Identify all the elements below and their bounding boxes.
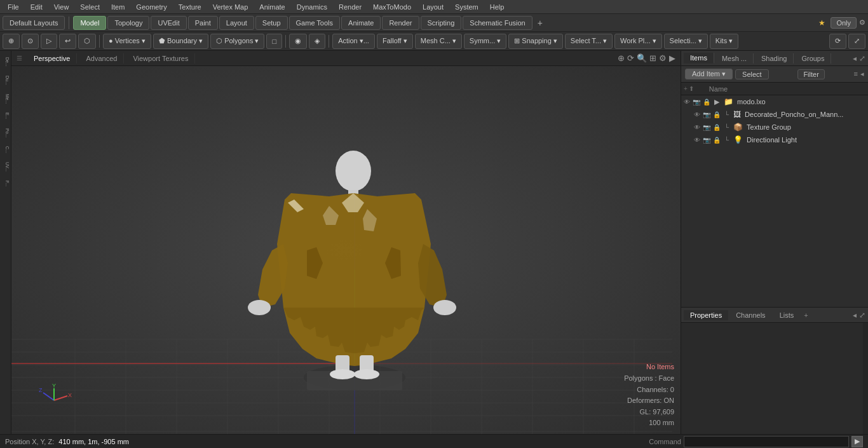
left-tab-c[interactable]: C... bbox=[1, 142, 11, 157]
expand-icon-scene[interactable]: ▶ bbox=[714, 98, 719, 106]
viewport-tab-textures[interactable]: Viewport Textures bbox=[126, 53, 195, 64]
props-expand-icon[interactable]: ⤢ bbox=[859, 311, 865, 320]
items-collapse-icon[interactable]: ◂ bbox=[860, 70, 864, 78]
left-tab-po[interactable]: Po... bbox=[1, 125, 11, 141]
shading-btn[interactable]: ◈ bbox=[309, 34, 325, 49]
menu-animate[interactable]: Animate bbox=[254, 2, 290, 12]
symmetry-btn[interactable]: Symm... ▾ bbox=[464, 34, 506, 49]
rp-tab-items[interactable]: Items bbox=[684, 53, 714, 64]
viewport[interactable]: ☰ Perspective Advanced Viewport Textures… bbox=[11, 51, 681, 434]
tab-schematic-fusion[interactable]: Schematic Fusion bbox=[463, 16, 532, 30]
vp-ctrl-cross[interactable]: ⊕ bbox=[618, 53, 625, 63]
render-icon-light[interactable]: 📷 bbox=[703, 137, 710, 144]
eye-icon-light[interactable]: 👁 bbox=[694, 137, 700, 144]
falloff-btn[interactable]: Falloff ▾ bbox=[377, 34, 413, 49]
menu-select[interactable]: Select bbox=[75, 2, 105, 12]
props-collapse-icon[interactable]: ◂ bbox=[853, 311, 857, 320]
tab-model[interactable]: Model bbox=[73, 16, 106, 30]
item-row-light[interactable]: 👁 📷 🔒 └ 💡 Directional Light bbox=[681, 133, 868, 146]
add-tab-button[interactable]: + bbox=[534, 17, 546, 29]
menu-view[interactable]: View bbox=[49, 2, 74, 12]
vp-ctrl-grid[interactable]: ⊞ bbox=[649, 53, 656, 63]
viewport-menu-icon[interactable]: ☰ bbox=[17, 55, 22, 62]
props-tab-lists[interactable]: Lists bbox=[773, 310, 801, 320]
rp-tab-groups[interactable]: Groups bbox=[795, 53, 831, 64]
settings-icon[interactable]: ⚙ bbox=[859, 18, 865, 27]
left-tab-f[interactable]: F... bbox=[1, 177, 11, 190]
rp-expand-icon[interactable]: ⤢ bbox=[859, 54, 865, 63]
tab-scripting[interactable]: Scripting bbox=[421, 16, 462, 30]
kits-btn[interactable]: Kits ▾ bbox=[710, 34, 738, 49]
item-row-scene[interactable]: 👁 📷 🔒 ▶ 📁 modo.lxo bbox=[681, 95, 868, 108]
lock-icon-scene[interactable]: 🔒 bbox=[703, 98, 710, 105]
menu-file[interactable]: File bbox=[3, 2, 24, 12]
command-go-button[interactable]: ▶ bbox=[851, 436, 863, 447]
boundary-btn[interactable]: ⬟ Boundary ▾ bbox=[153, 34, 208, 49]
vertices-btn[interactable]: ● Vertices ▾ bbox=[103, 34, 151, 49]
eye-icon-texture[interactable]: 👁 bbox=[694, 124, 700, 131]
refresh-btn[interactable]: ⟳ bbox=[829, 34, 846, 49]
render-icon-scene[interactable]: 📷 bbox=[693, 98, 700, 105]
rp-tab-mesh[interactable]: Mesh ... bbox=[715, 53, 754, 64]
add-item-button[interactable]: Add Item ▾ bbox=[685, 69, 733, 79]
3d-scene[interactable]: No Items Polygons : Face Channels: 0 Def… bbox=[11, 66, 681, 434]
menu-help[interactable]: Help bbox=[485, 2, 510, 12]
select-button[interactable]: Select bbox=[735, 69, 769, 79]
viewport-tab-advanced[interactable]: Advanced bbox=[79, 53, 124, 64]
render-preview-btn[interactable]: ◉ bbox=[289, 34, 307, 49]
tab-layout[interactable]: Layout bbox=[219, 16, 254, 30]
layout-dropdown[interactable]: Default Layouts bbox=[3, 16, 65, 30]
tab-render[interactable]: Render bbox=[382, 16, 419, 30]
list-up-icon[interactable]: ⬆ bbox=[689, 85, 694, 92]
select-tool-btn[interactable]: Select T... ▾ bbox=[565, 34, 613, 49]
render-icon-poncho[interactable]: 📷 bbox=[703, 111, 710, 118]
eye-icon-scene[interactable]: 👁 bbox=[684, 98, 690, 105]
undo-btn[interactable]: ↩ bbox=[59, 34, 76, 49]
polygons-btn[interactable]: ⬡ Polygons ▾ bbox=[210, 34, 264, 49]
menu-vertex-map[interactable]: Vertex Map bbox=[208, 2, 254, 12]
tab-topology[interactable]: Topology bbox=[107, 16, 149, 30]
left-tab-uv[interactable]: UV... bbox=[1, 158, 11, 175]
menu-render[interactable]: Render bbox=[334, 2, 367, 12]
left-tab-du[interactable]: Du... bbox=[1, 72, 11, 89]
menu-dynamics[interactable]: Dynamics bbox=[292, 2, 332, 12]
expand-btn[interactable]: ⤢ bbox=[848, 34, 865, 49]
left-tab-e[interactable]: E... bbox=[1, 109, 11, 123]
work-plane-btn[interactable]: Work Pl... ▾ bbox=[614, 34, 662, 49]
tab-animate[interactable]: Animate bbox=[341, 16, 381, 30]
render-icon-texture[interactable]: 📷 bbox=[703, 124, 710, 131]
menu-layout[interactable]: Layout bbox=[417, 2, 449, 12]
rp-collapse-icon[interactable]: ◂ bbox=[853, 54, 857, 63]
tab-uvedit[interactable]: UVEdit bbox=[151, 16, 186, 30]
only-button[interactable]: Only bbox=[831, 17, 857, 29]
selection-btn[interactable]: Selecti... ▾ bbox=[664, 34, 708, 49]
lock-icon-light[interactable]: 🔒 bbox=[713, 137, 721, 144]
action-btn[interactable]: ▷ bbox=[41, 34, 57, 49]
props-tab-channels[interactable]: Channels bbox=[729, 310, 771, 320]
props-tab-properties[interactable]: Properties bbox=[684, 310, 728, 320]
menu-maxtomodo[interactable]: MaxToModo bbox=[368, 2, 416, 12]
mesh-btn[interactable]: ⬡ bbox=[78, 34, 96, 49]
world-btn[interactable]: ⊕ bbox=[3, 34, 20, 49]
lock-icon-texture[interactable]: 🔒 bbox=[713, 124, 721, 131]
menu-texture[interactable]: Texture bbox=[173, 2, 207, 12]
menu-item[interactable]: Item bbox=[106, 2, 130, 12]
tab-game-tools[interactable]: Game Tools bbox=[289, 16, 341, 30]
lock-icon-poncho[interactable]: 🔒 bbox=[713, 111, 721, 118]
filter-button[interactable]: Filter bbox=[797, 69, 824, 79]
command-input[interactable] bbox=[684, 436, 849, 447]
vp-ctrl-refresh[interactable]: ⟳ bbox=[627, 53, 634, 63]
mesh-connect-btn[interactable]: Mesh C... ▾ bbox=[415, 34, 462, 49]
snapping-btn[interactable]: ⊞ Snapping ▾ bbox=[508, 34, 563, 49]
left-tab-de[interactable]: De... bbox=[1, 53, 11, 71]
local-btn[interactable]: ⊙ bbox=[22, 34, 39, 49]
tab-setup[interactable]: Setup bbox=[255, 16, 288, 30]
eye-icon-poncho[interactable]: 👁 bbox=[694, 111, 700, 118]
vp-ctrl-play[interactable]: ▶ bbox=[669, 53, 675, 63]
items-more-icon[interactable]: ≡ bbox=[854, 70, 858, 78]
menu-geometry[interactable]: Geometry bbox=[131, 2, 172, 12]
menu-edit[interactable]: Edit bbox=[25, 2, 48, 12]
menu-system[interactable]: System bbox=[450, 2, 484, 12]
viewport-tab-perspective[interactable]: Perspective bbox=[27, 53, 77, 64]
list-add-icon[interactable]: + bbox=[684, 85, 688, 92]
